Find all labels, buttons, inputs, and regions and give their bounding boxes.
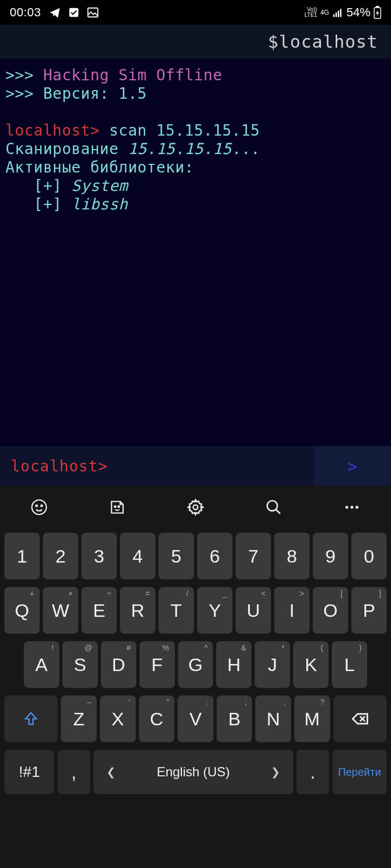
battery-percent: 54% (346, 5, 370, 20)
terminal-output[interactable]: >>> Hacking Sim Offline >>> Версия: 1.5 … (0, 59, 391, 446)
key-8[interactable]: 8 (274, 533, 310, 579)
period-key[interactable]: . (297, 750, 329, 794)
svg-rect-7 (376, 6, 379, 8)
gear-icon[interactable] (186, 497, 205, 517)
key-e[interactable]: ÷E (81, 587, 117, 634)
key-m[interactable]: ?M (294, 695, 330, 742)
key-1[interactable]: 1 (4, 533, 40, 579)
app-header: $localhost (0, 25, 391, 59)
command-input-row: localhost> > (0, 446, 391, 486)
signal-icon (332, 7, 343, 18)
command-input[interactable]: localhost> (0, 446, 314, 486)
key-g[interactable]: ^G (178, 641, 213, 688)
key-9[interactable]: 9 (313, 533, 348, 579)
key-o[interactable]: [O (313, 587, 348, 634)
search-icon[interactable] (264, 497, 283, 517)
send-icon: > (348, 457, 357, 476)
key-l[interactable]: )L (332, 641, 367, 688)
svg-rect-0 (69, 8, 78, 17)
space-key[interactable]: ❮ English (US) ❯ (93, 750, 293, 794)
svg-point-10 (41, 505, 42, 507)
key-d[interactable]: #D (101, 641, 136, 688)
key-a[interactable]: !A (24, 641, 59, 688)
sticker-icon[interactable] (108, 497, 127, 517)
keyboard-toolbar (0, 486, 391, 528)
prompt-label: localhost> (11, 457, 108, 475)
svg-point-12 (118, 506, 119, 507)
svg-rect-1 (87, 8, 97, 17)
key-n[interactable]: ,N (255, 695, 291, 742)
key-b[interactable]: ;B (217, 695, 253, 742)
key-w[interactable]: ×W (43, 587, 78, 634)
keyboard-row-1: 1 2 3 4 5 6 7 8 9 0 (4, 533, 387, 579)
image-icon (87, 7, 99, 18)
svg-point-17 (356, 506, 358, 508)
send-button[interactable]: > (314, 446, 391, 486)
key-0[interactable]: 0 (351, 533, 387, 579)
key-c[interactable]: "C (139, 695, 175, 742)
key-r[interactable]: =R (120, 587, 155, 634)
enter-key[interactable]: Перейти (332, 750, 387, 794)
4g-label: 4G (320, 10, 329, 15)
symbols-key[interactable]: !#1 (4, 750, 54, 794)
keyboard-row-5: !#1 , ❮ English (US) ❯ . Перейти (4, 750, 387, 794)
chevron-left-icon: ❮ (106, 765, 116, 778)
battery-charging-icon (374, 6, 381, 19)
svg-rect-5 (340, 9, 342, 17)
svg-point-13 (193, 505, 198, 510)
key-t[interactable]: /T (159, 587, 194, 634)
key-q[interactable]: +Q (4, 587, 40, 634)
key-2[interactable]: 2 (43, 533, 78, 579)
emoji-icon[interactable] (29, 497, 49, 517)
svg-rect-4 (338, 11, 339, 17)
key-u[interactable]: <U (236, 587, 271, 634)
download-check-icon (68, 7, 79, 18)
android-status-bar: 00:03 Vo)) LTE1 4G 54% (0, 0, 391, 25)
comma-key[interactable]: , (58, 750, 90, 794)
key-7[interactable]: 7 (236, 533, 271, 579)
key-h[interactable]: &H (216, 641, 251, 688)
key-3[interactable]: 3 (81, 533, 117, 579)
telegram-icon (49, 7, 61, 18)
key-p[interactable]: ]P (351, 587, 387, 634)
more-icon[interactable] (342, 497, 362, 517)
key-v[interactable]: :V (178, 695, 213, 742)
key-j[interactable]: *J (255, 641, 290, 688)
key-k[interactable]: (K (293, 641, 329, 688)
backspace-key[interactable] (333, 695, 387, 742)
key-5[interactable]: 5 (159, 533, 194, 579)
keyboard-row-2: +Q ×W ÷E =R /T _Y <U >I [O ]P (4, 587, 387, 634)
lte-label: LTE1 (305, 12, 317, 18)
svg-rect-3 (336, 12, 337, 17)
key-z[interactable]: –Z (61, 695, 97, 742)
svg-point-15 (345, 506, 348, 508)
svg-point-16 (350, 506, 353, 508)
clock: 00:03 (10, 5, 41, 20)
key-i[interactable]: >I (274, 587, 310, 634)
svg-point-14 (267, 501, 278, 511)
svg-rect-2 (333, 14, 335, 17)
key-s[interactable]: @S (62, 641, 98, 688)
shift-key[interactable] (4, 695, 58, 742)
key-y[interactable]: _Y (197, 587, 232, 634)
svg-point-9 (36, 505, 37, 507)
app-title: $localhost (268, 31, 378, 52)
key-4[interactable]: 4 (120, 533, 155, 579)
svg-point-8 (32, 500, 47, 515)
key-f[interactable]: %F (140, 641, 175, 688)
svg-point-11 (115, 506, 116, 507)
key-x[interactable]: 'X (100, 695, 136, 742)
soft-keyboard: 1 2 3 4 5 6 7 8 9 0 +Q ×W ÷E =R /T _Y <U… (0, 486, 391, 868)
space-label: English (US) (157, 764, 230, 780)
keyboard-row-3: !A @S #D %F ^G &H *J (K )L (4, 641, 387, 688)
keyboard-row-4: –Z 'X "C :V ;B ,N ?M (4, 695, 387, 742)
key-6[interactable]: 6 (197, 533, 232, 579)
chevron-right-icon: ❯ (271, 765, 280, 778)
